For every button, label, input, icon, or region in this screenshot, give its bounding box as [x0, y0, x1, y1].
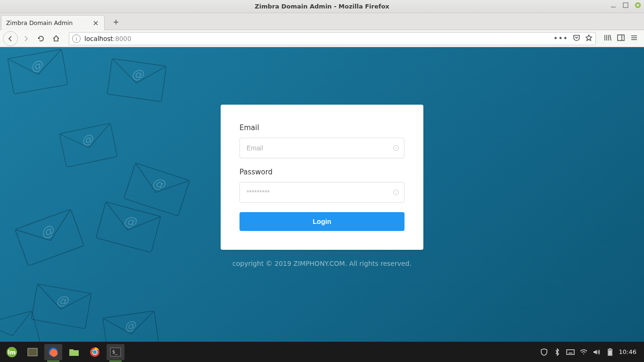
terminal-taskbar-icon[interactable]: $_ [107, 344, 124, 360]
maximize-button[interactable] [622, 2, 629, 8]
svg-text:$_: $_ [112, 349, 118, 355]
svg-text:@: @ [122, 212, 139, 230]
svg-text:@: @ [80, 132, 95, 148]
taskbar: lm $_ 10:46 [0, 342, 644, 362]
envelope-icon: @ [7, 48, 69, 95]
window-titlebar: Zimbra Domain Admin - Mozilla Firefox [0, 0, 644, 13]
minimize-button[interactable] [610, 2, 617, 8]
forward-button[interactable] [19, 32, 33, 46]
menu-icon[interactable] [630, 33, 638, 44]
envelope-icon: @ [30, 283, 92, 330]
reload-button[interactable] [34, 32, 48, 46]
check-icon [393, 145, 399, 151]
system-tray: 10:46 [540, 348, 641, 356]
volume-icon[interactable] [593, 348, 601, 356]
envelope-icon: @ [58, 122, 118, 168]
envelope-icon: @ [14, 207, 85, 267]
svg-text:@: @ [38, 222, 57, 241]
url-bar[interactable]: i localhost:8000 ••• [69, 32, 596, 45]
page-actions-icon[interactable]: ••• [553, 34, 568, 43]
tab-close-icon[interactable] [92, 19, 99, 27]
files-taskbar-icon[interactable] [65, 344, 83, 360]
svg-rect-51 [609, 348, 611, 349]
start-menu-button[interactable]: lm [3, 344, 21, 360]
battery-icon[interactable] [606, 348, 614, 356]
envelope-icon: @ [106, 58, 167, 103]
svg-text:@: @ [29, 58, 44, 74]
window-controls [610, 2, 641, 8]
svg-rect-38 [28, 348, 37, 356]
svg-text:@: @ [131, 66, 145, 82]
keyboard-icon[interactable] [566, 348, 575, 356]
envelope-icon: @ [101, 310, 160, 342]
nav-toolbar: i localhost:8000 ••• [0, 30, 644, 47]
bookmark-icon[interactable] [585, 34, 593, 43]
svg-marker-9 [586, 35, 592, 41]
tab-strip: Zimbra Domain Admin [0, 13, 644, 30]
firefox-taskbar-icon[interactable] [44, 344, 62, 360]
pocket-icon[interactable] [573, 34, 580, 43]
library-icon[interactable] [603, 33, 612, 44]
site-info-icon[interactable]: i [72, 34, 81, 43]
tab-label: Zimbra Domain Admin [6, 19, 92, 26]
chrome-taskbar-icon[interactable] [86, 344, 104, 360]
clock[interactable]: 10:46 [619, 348, 636, 355]
email-label: Email [239, 123, 405, 132]
home-button[interactable] [49, 32, 63, 46]
show-desktop-button[interactable] [24, 344, 41, 360]
svg-rect-44 [567, 350, 574, 354]
svg-text:@: @ [124, 318, 138, 333]
back-button[interactable] [3, 31, 18, 46]
check-icon [393, 189, 399, 195]
wifi-icon[interactable] [579, 348, 588, 356]
url-text: localhost:8000 [84, 35, 132, 42]
page-content: @ @ @ @ @ @ @ @ Email Password Login cop… [0, 47, 644, 342]
svg-text:lm: lm [8, 349, 16, 355]
svg-rect-52 [609, 350, 611, 355]
svg-text:@: @ [55, 292, 70, 308]
shield-icon[interactable] [540, 348, 548, 356]
copyright-text: copyright © 2019 ZIMPHONY.COM. All right… [232, 260, 412, 267]
email-field[interactable] [239, 138, 405, 158]
close-button[interactable] [635, 2, 641, 8]
password-label: Password [239, 168, 405, 176]
login-card: Email Password Login [221, 105, 423, 250]
svg-line-13 [610, 35, 611, 41]
new-tab-button[interactable] [109, 16, 123, 29]
bluetooth-icon[interactable] [553, 348, 561, 356]
svg-rect-14 [618, 35, 624, 41]
browser-tab[interactable]: Zimbra Domain Admin [1, 15, 105, 30]
login-button[interactable]: Login [239, 212, 405, 231]
svg-point-49 [583, 354, 584, 354]
svg-rect-1 [623, 3, 628, 8]
sidebar-icon[interactable] [617, 33, 625, 44]
svg-text:@: @ [150, 174, 167, 192]
window-title: Zimbra Domain Admin - Mozilla Firefox [255, 3, 389, 10]
password-field[interactable] [239, 182, 405, 203]
